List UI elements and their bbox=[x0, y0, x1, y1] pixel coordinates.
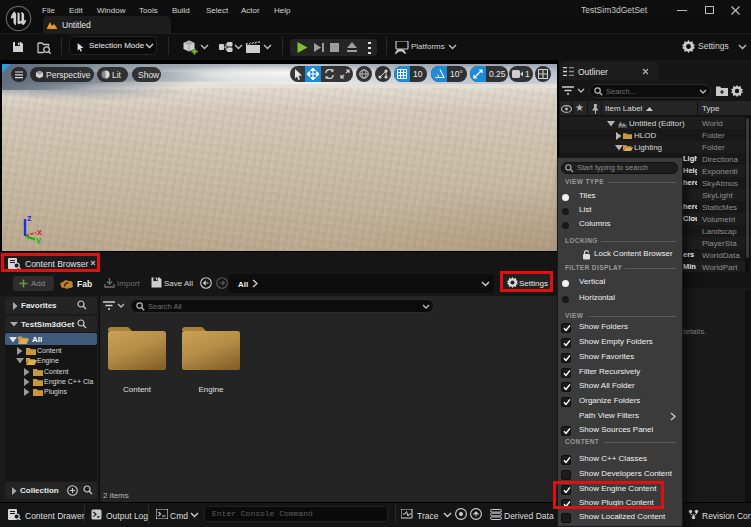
svg-text:z: z bbox=[27, 213, 32, 223]
svg-text:y: y bbox=[36, 235, 41, 244]
